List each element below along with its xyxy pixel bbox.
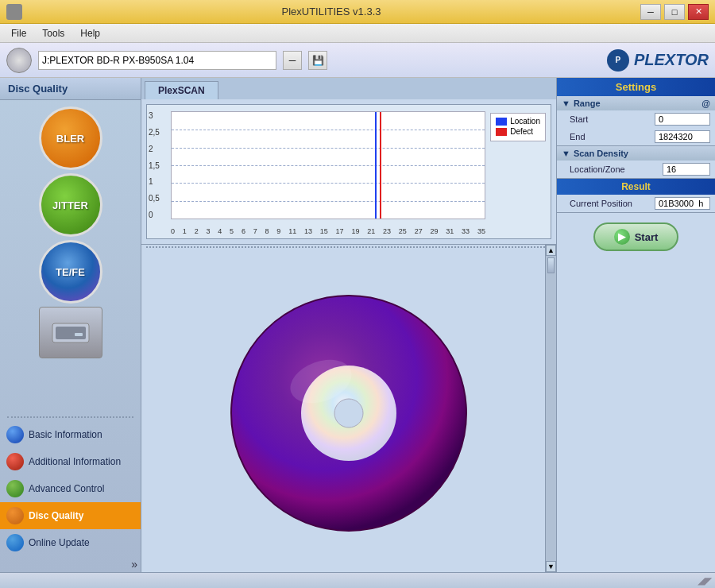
main-layout: Disc Quality BLER JITTER TE/FE Basic Inf… [0, 78, 715, 572]
save-button[interactable]: 💾 [308, 51, 327, 70]
bler-button[interactable]: BLER [39, 106, 102, 170]
position-label: Current Position [570, 199, 651, 208]
grid-line-1 [172, 130, 485, 130]
start-label: Start [570, 114, 651, 124]
online-icon [6, 534, 24, 551]
range-start-row: Start [557, 110, 715, 128]
sidebar-nav: Basic Information Additional Information… [0, 421, 141, 556]
end-input[interactable] [655, 130, 710, 143]
tab-plexscan[interactable]: PlexSCAN [145, 81, 218, 99]
basic-icon [6, 426, 24, 443]
content-area: PlexSCAN 0 0,5 1 1,5 2 2,5 3 [141, 78, 556, 572]
scan-collapse-icon[interactable]: ▼ [562, 149, 570, 158]
tefe-button[interactable]: TE/FE [39, 240, 102, 304]
range-section: ▼ Range @ Start End [557, 96, 715, 146]
scroll-thumb[interactable] [547, 257, 555, 273]
drive-select[interactable]: J:PLEXTOR BD-R PX-B950SA 1.04 [38, 51, 276, 70]
legend-defect: Defect [496, 127, 540, 136]
disc-divider [146, 246, 551, 248]
menu-file[interactable]: File [3, 26, 34, 41]
resize-grip: ◢◤ [698, 575, 712, 586]
menu-bar: File Tools Help [0, 24, 715, 43]
scroll-track[interactable] [546, 256, 556, 561]
chart-box: 0 0,5 1 1,5 2 2,5 3 [146, 104, 551, 239]
defect-color [496, 128, 507, 136]
location-color [496, 118, 507, 126]
start-input[interactable] [655, 113, 710, 126]
chart-area: 0 0,5 1 1,5 2 2,5 3 [141, 99, 556, 245]
drive-button[interactable] [39, 307, 102, 358]
position-input[interactable] [655, 197, 710, 210]
disc-quality-icon [6, 507, 24, 524]
range-section-header: ▼ Range @ [557, 96, 715, 110]
minus-button[interactable]: ─ [283, 51, 302, 70]
scan-density-label: Scan Density [574, 149, 628, 158]
range-end-row: End [557, 128, 715, 145]
close-button[interactable]: ✕ [688, 4, 709, 20]
plextor-logo: P PLEXTOR [607, 49, 709, 72]
range-at-icon: @ [701, 99, 710, 108]
sidebar-item-online[interactable]: Online Update [0, 529, 141, 556]
sidebar-item-disc[interactable]: Disc Quality [0, 502, 141, 529]
scan-density-header: ▼ Scan Density [557, 146, 715, 161]
sidebar-divider [7, 416, 133, 418]
start-label: Start [635, 231, 659, 243]
sidebar-item-advanced[interactable]: Advanced Control [0, 475, 141, 502]
window-controls: ─ □ ✕ [640, 4, 709, 20]
location-line [375, 112, 377, 219]
chart-x-labels: 0 1 2 3 4 5 6 7 8 9 11 13 15 17 [171, 227, 485, 235]
sidebar-icons: BLER JITTER TE/FE [0, 100, 141, 413]
menu-help[interactable]: Help [72, 26, 108, 41]
expand-button[interactable]: » [131, 558, 137, 571]
sidebar-label-basic: Basic Information [29, 429, 102, 440]
legend-location-label: Location [510, 117, 540, 126]
grid-line-3 [172, 165, 485, 166]
result-section: Result Current Position [557, 179, 715, 213]
svg-point-5 [334, 399, 363, 427]
menu-tools[interactable]: Tools [34, 26, 72, 41]
sidebar-item-additional[interactable]: Additional Information [0, 448, 141, 475]
legend-location: Location [496, 117, 540, 126]
start-button-area: ▶ Start [557, 213, 715, 261]
status-bar: ◢◤ [0, 572, 715, 588]
svg-rect-2 [75, 333, 83, 336]
settings-header: Settings [557, 78, 715, 96]
additional-icon [6, 453, 24, 470]
start-icon: ▶ [614, 229, 630, 245]
sidebar-item-basic[interactable]: Basic Information [0, 421, 141, 448]
grid-line-5 [172, 201, 485, 202]
sidebar: Disc Quality BLER JITTER TE/FE Basic Inf… [0, 78, 141, 572]
tab-bar: PlexSCAN [141, 78, 556, 99]
range-collapse-icon[interactable]: ▼ [562, 99, 570, 108]
chart-legend: Location Defect [490, 113, 546, 141]
disc-image [226, 290, 472, 536]
app-icon [6, 4, 22, 20]
window-title: PlexUTILITIES v1.3.3 [282, 6, 381, 17]
sidebar-label-additional: Additional Information [29, 456, 121, 467]
zone-input[interactable] [663, 163, 710, 176]
plextor-name: PLEXTOR [634, 51, 709, 69]
maximize-button[interactable]: □ [664, 4, 685, 20]
scrollbar-right: ▲ ▼ [545, 245, 556, 572]
settings-panel: Settings ▼ Range @ Start End ▼ Scan Dens… [556, 78, 715, 572]
drive-icon [6, 48, 32, 73]
scroll-down-button[interactable]: ▼ [546, 561, 556, 572]
chart-y-labels: 0 0,5 1 1,5 2 2,5 3 [149, 111, 160, 219]
title-bar: PlexUTILITIES v1.3.3 ─ □ ✕ [0, 0, 715, 24]
result-header: Result [557, 179, 715, 195]
chart-dashed-lines [172, 112, 485, 219]
sidebar-label-online: Online Update [29, 537, 90, 548]
zone-row: Location/Zone [557, 161, 715, 178]
jitter-button[interactable]: JITTER [39, 173, 102, 237]
scroll-up-button[interactable]: ▲ [546, 245, 556, 256]
disc-area: ▲ ▼ [141, 245, 556, 572]
minimize-button[interactable]: ─ [640, 4, 661, 20]
plextor-icon: P [607, 49, 629, 72]
range-label: Range [574, 99, 601, 108]
chart-grid [171, 111, 485, 219]
zone-label: Location/Zone [570, 164, 659, 174]
toolbar: J:PLEXTOR BD-R PX-B950SA 1.04 ─ 💾 P PLEX… [0, 43, 715, 78]
position-row: Current Position [557, 195, 715, 212]
start-button[interactable]: ▶ Start [593, 222, 679, 251]
disc-container [141, 250, 556, 572]
